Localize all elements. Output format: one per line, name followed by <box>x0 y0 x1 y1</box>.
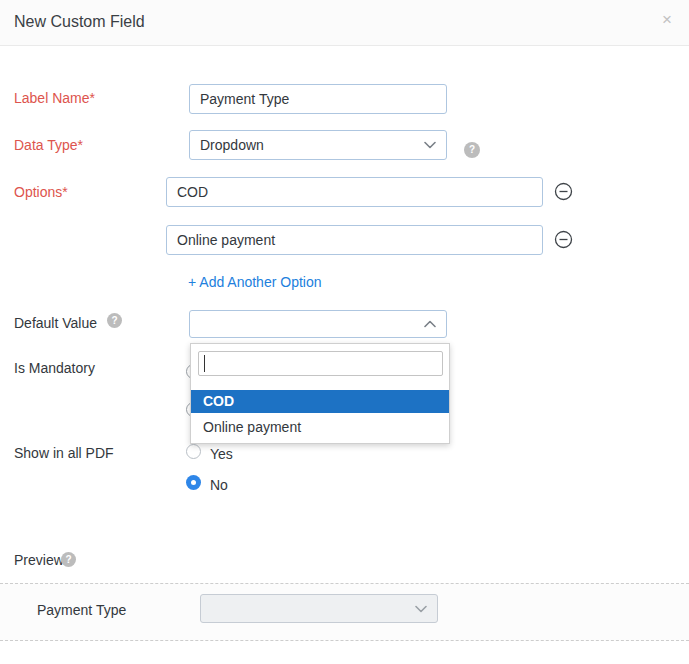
chevron-up-icon <box>424 320 436 328</box>
new-custom-field-modal: New Custom Field × Label Name* Data Type… <box>0 0 689 664</box>
default-value-help-icon[interactable]: ? <box>107 313 122 328</box>
remove-option-2-button[interactable] <box>554 230 573 249</box>
chevron-down-icon <box>424 141 436 149</box>
chevron-down-icon <box>415 605 427 613</box>
dropdown-option-online-payment[interactable]: Online payment <box>191 413 449 441</box>
label-name-input[interactable] <box>189 84 447 114</box>
show-pdf-yes-radio[interactable] <box>186 444 201 459</box>
preview-help-icon[interactable]: ? <box>61 552 76 567</box>
label-name-label: Label Name* <box>14 91 95 106</box>
modal-header: New Custom Field × <box>0 0 689 46</box>
dropdown-option-cod[interactable]: COD <box>191 390 449 413</box>
preview-field-label: Payment Type <box>37 602 126 618</box>
default-value-label: Default Value <box>14 316 97 331</box>
option-input-1[interactable] <box>166 177 543 207</box>
dropdown-search-input[interactable] <box>198 351 443 376</box>
data-type-select[interactable]: Dropdown <box>189 130 447 160</box>
options-label: Options* <box>14 185 68 200</box>
is-mandatory-label: Is Mandatory <box>14 361 95 376</box>
show-pdf-yes-label[interactable]: Yes <box>210 446 233 462</box>
default-value-select[interactable] <box>189 310 447 338</box>
data-type-label: Data Type* <box>14 138 83 153</box>
remove-option-1-button[interactable] <box>554 182 573 201</box>
add-option-link[interactable]: + Add Another Option <box>188 274 322 290</box>
data-type-help-icon[interactable]: ? <box>464 142 480 158</box>
show-pdf-label: Show in all PDF <box>14 446 114 461</box>
default-value-dropdown-panel: COD Online payment <box>190 343 450 444</box>
preview-title: Preview <box>14 552 64 568</box>
minus-circle-icon <box>554 189 573 204</box>
option-input-2[interactable] <box>166 225 543 255</box>
show-pdf-no-radio[interactable] <box>186 475 201 490</box>
preview-section: Payment Type <box>0 583 689 641</box>
data-type-selected-value: Dropdown <box>200 137 264 153</box>
minus-circle-icon <box>554 237 573 252</box>
close-icon[interactable]: × <box>662 10 672 30</box>
preview-field-select <box>200 594 438 623</box>
show-pdf-no-label[interactable]: No <box>210 477 228 493</box>
modal-title: New Custom Field <box>14 13 145 31</box>
text-cursor <box>204 355 205 372</box>
